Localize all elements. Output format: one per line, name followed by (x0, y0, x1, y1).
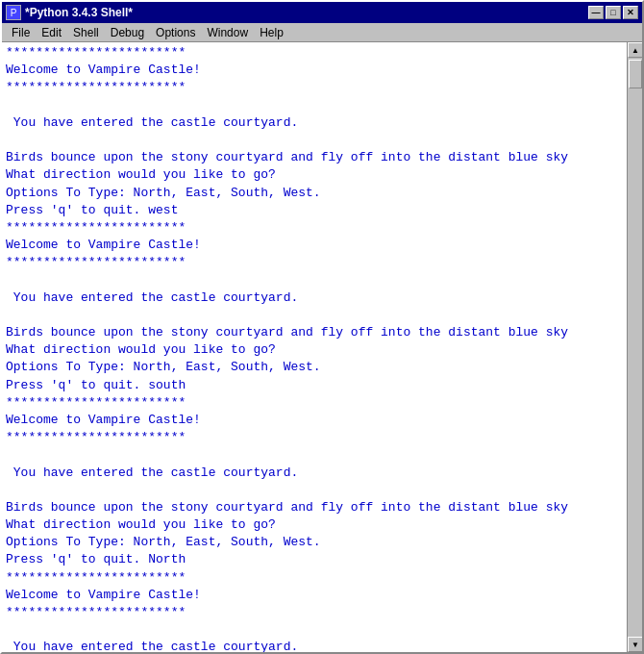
terminal-output[interactable]: ************************ Welcome to Vamp… (2, 42, 627, 652)
title-bar: P *Python 3.4.3 Shell* — □ ✕ (2, 2, 642, 23)
menu-shell[interactable]: Shell (67, 25, 105, 40)
scroll-thumb[interactable] (629, 60, 642, 88)
main-window: P *Python 3.4.3 Shell* — □ ✕ File Edit S… (0, 0, 644, 654)
title-controls: — □ ✕ (588, 6, 638, 19)
icon-label: P (11, 8, 17, 18)
menu-help[interactable]: Help (254, 25, 289, 40)
window-title: *Python 3.4.3 Shell* (25, 6, 133, 19)
menu-options[interactable]: Options (150, 25, 201, 40)
menu-edit[interactable]: Edit (36, 25, 67, 40)
scroll-down-button[interactable]: ▼ (628, 637, 642, 652)
content-area: ************************ Welcome to Vamp… (2, 42, 642, 652)
menu-file[interactable]: File (6, 25, 36, 40)
scroll-track[interactable] (628, 58, 642, 637)
menu-window[interactable]: Window (201, 25, 254, 40)
title-bar-left: P *Python 3.4.3 Shell* (6, 5, 133, 20)
maximize-button[interactable]: □ (606, 6, 621, 19)
menu-bar: File Edit Shell Debug Options Window Hel… (2, 23, 642, 42)
close-button[interactable]: ✕ (623, 6, 638, 19)
minimize-button[interactable]: — (588, 6, 604, 19)
window-icon: P (6, 5, 21, 20)
menu-debug[interactable]: Debug (105, 25, 150, 40)
scroll-up-button[interactable]: ▲ (628, 42, 642, 58)
scrollbar[interactable]: ▲ ▼ (627, 42, 642, 652)
